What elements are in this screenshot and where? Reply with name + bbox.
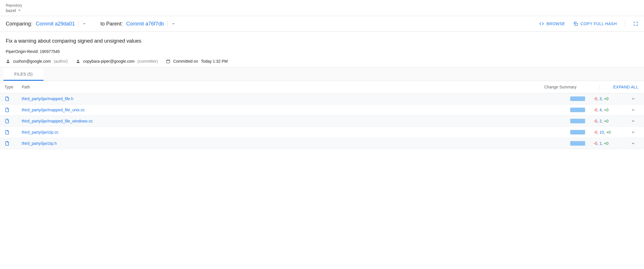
file-icon [5,107,10,112]
svg-rect-3 [166,60,170,63]
author-role: (author) [54,59,68,64]
divider [625,20,625,27]
committer-meta: copybara-piper@google.com (committer) [76,59,158,64]
change-bar [570,108,585,112]
caret-down-icon [83,23,86,25]
additions: +0 [604,119,609,123]
expand-row-button[interactable] [628,130,638,134]
fullscreen-icon [633,21,638,26]
person-icon [6,59,10,64]
deletions: -0 [594,141,597,146]
browse-button[interactable]: BROWSE [539,21,565,26]
repository-header: Repository bazel [0,0,644,16]
caret-down-icon [18,10,21,11]
divider [78,21,79,27]
modifications: 3 [599,96,602,101]
modifications: 1 [599,141,602,146]
svg-point-2 [77,60,79,61]
chevron-down-icon [631,108,635,112]
caret-down-icon [172,23,174,25]
svg-point-1 [7,60,9,61]
modifications: 4 [599,108,602,112]
code-icon [539,21,544,26]
copy-icon [573,21,578,26]
file-icon [5,130,10,135]
commit-to-link[interactable]: Commit a76f7db [126,21,164,27]
committer-email: copybara-piper@google.com [83,59,135,64]
expand-row-button[interactable] [628,141,638,146]
commit-title: Fix a warning about comparing signed and… [6,38,638,44]
browse-label: BROWSE [546,21,565,26]
file-icon [5,118,10,124]
modifications: 10 [599,130,604,134]
repository-selector[interactable]: bazel [6,8,21,13]
table-row: third_party/ijar/zip.h -0, 1, +0 [0,138,644,149]
expand-row-button[interactable] [628,119,638,123]
deletions: -0 [594,96,597,101]
table-row: third_party/ijar/zip.cc -0, 10, +0 [0,127,644,138]
file-icon [5,141,10,146]
author-meta: cushon@google.com (author) [6,59,68,64]
table-row: third_party/ijar/mapped_file_windows.cc … [0,116,644,127]
fullscreen-button[interactable] [633,21,638,26]
file-list: third_party/ijar/mapped_file.h -0, 3, +0… [0,93,644,149]
svg-rect-0 [575,23,577,25]
copy-hash-button[interactable]: COPY FULL HASH [573,21,617,26]
additions: +0 [604,96,609,101]
repository-name: bazel [6,8,16,13]
file-type-cell [5,118,22,124]
tab-files[interactable]: FILES (5) [3,68,43,81]
file-path-link[interactable]: third_party/ijar/mapped_file.h [22,96,570,101]
change-summary: -0, 2, +0 [594,119,628,123]
chevron-down-icon [631,119,635,123]
commit-to-dropdown[interactable] [171,22,176,26]
deletions: -0 [594,119,597,123]
author-email: cushon@google.com [13,59,51,64]
expand-all-button[interactable]: EXPAND ALL [613,85,638,89]
chevron-down-icon [631,130,635,134]
header-summary: Change Summary [544,85,596,89]
committer-role: (committer) [138,59,158,64]
repository-label: Repository [6,3,638,7]
additions: +0 [604,141,609,146]
table-row: third_party/ijar/mapped_file.h -0, 3, +0 [0,93,644,104]
change-summary: -0, 1, +0 [594,141,628,146]
deletions: -0 [594,130,597,134]
change-summary: -0, 3, +0 [594,96,628,101]
comparing-label: Comparing: [6,21,32,27]
file-type-cell [5,141,22,146]
chevron-down-icon [631,141,635,146]
tabs-bar: FILES (5) [0,68,644,81]
calendar-icon [166,59,170,64]
committed-meta: Committed on Today 1:32 PM [166,59,228,64]
to-parent-label: to Parent: [100,21,123,27]
file-path-link[interactable]: third_party/ijar/zip.cc [22,130,570,134]
file-path-link[interactable]: third_party/ijar/mapped_file_unix.cc [22,108,570,112]
commit-from-dropdown[interactable] [82,22,87,26]
deletions: -0 [594,108,597,112]
table-header: Type Path Change Summary EXPAND ALL [0,81,644,93]
committed-label: Committed on [173,59,198,64]
commit-info: Fix a warning about comparing signed and… [0,32,644,68]
commit-subtitle: PiperOrigin-RevId: 190977545 [6,49,638,54]
file-type-cell [5,96,22,101]
file-icon [5,96,10,101]
file-path-link[interactable]: third_party/ijar/mapped_file_windows.cc [22,119,570,123]
person-icon [76,59,80,64]
change-bar [570,141,585,146]
change-summary: -0, 10, +0 [594,130,628,134]
file-type-cell [5,107,22,112]
table-row: third_party/ijar/mapped_file_unix.cc -0,… [0,104,644,116]
file-path-link[interactable]: third_party/ijar/zip.h [22,141,570,146]
copy-hash-label: COPY FULL HASH [581,21,617,26]
expand-row-button[interactable] [628,108,638,112]
divider [600,84,600,90]
committed-time: Today 1:32 PM [201,59,228,64]
expand-row-button[interactable] [628,96,638,101]
additions: +0 [604,108,609,112]
header-path: Path [22,85,544,89]
compare-bar: Comparing: Commit a29da01 to Parent: Com… [0,16,644,32]
change-bar [570,119,585,123]
chevron-down-icon [631,96,635,101]
commit-from-link[interactable]: Commit a29da01 [36,21,75,27]
